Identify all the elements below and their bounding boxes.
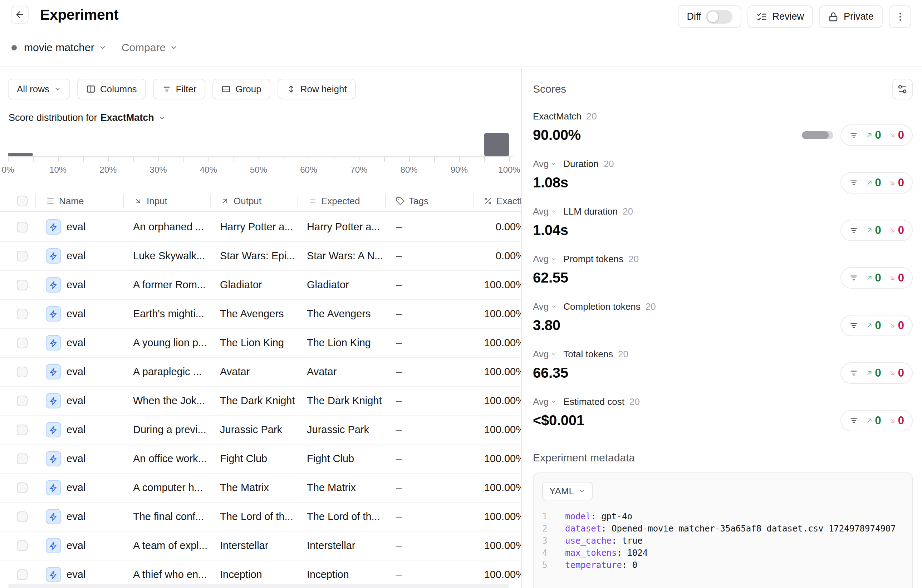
review-button[interactable]: Review bbox=[747, 5, 813, 28]
cell-name[interactable]: eval bbox=[46, 503, 85, 531]
rows-filter-dropdown[interactable]: All rows bbox=[8, 79, 70, 100]
table-row[interactable]: evalA computer h...The MatrixThe Matrix–… bbox=[0, 474, 521, 503]
cell-output[interactable]: The Matrix bbox=[220, 474, 302, 502]
cell-expected[interactable]: The Lion King bbox=[307, 329, 389, 357]
horizontal-scrollbar[interactable] bbox=[8, 584, 509, 588]
cell-input[interactable]: Earth's mighti... bbox=[133, 300, 215, 328]
cell-expected[interactable]: Harry Potter a... bbox=[307, 213, 389, 241]
cell-expected[interactable]: Jurassic Park bbox=[307, 416, 389, 444]
histogram-bar[interactable] bbox=[8, 153, 33, 156]
score-comparison-pill[interactable]: 00 bbox=[840, 220, 913, 241]
table-row[interactable]: evalDuring a previ...Jurassic ParkJurass… bbox=[0, 416, 521, 444]
cell-input[interactable]: During a previ... bbox=[133, 416, 215, 444]
table-row[interactable]: evalWhen the Jok...The Dark KnightThe Da… bbox=[0, 387, 521, 416]
filter-icon[interactable] bbox=[849, 131, 858, 140]
aggregation-dropdown[interactable]: Avg bbox=[533, 158, 557, 170]
cell-expected[interactable]: The Matrix bbox=[307, 474, 389, 502]
column-divider[interactable] bbox=[210, 194, 211, 208]
cell-tags[interactable]: – bbox=[396, 242, 402, 270]
aggregation-dropdown[interactable]: Avg bbox=[533, 206, 557, 217]
cell-name[interactable]: eval bbox=[46, 416, 85, 444]
score-comparison-pill[interactable]: 00 bbox=[840, 315, 913, 336]
cell-tags[interactable]: – bbox=[396, 416, 402, 444]
cell-exactmatch[interactable]: 100.00% bbox=[473, 387, 521, 415]
table-row[interactable]: evalA young lion p...The Lion KingThe Li… bbox=[0, 329, 521, 358]
cell-expected[interactable]: Star Wars: A N... bbox=[307, 242, 389, 270]
score-comparison-pill[interactable]: 00 bbox=[840, 362, 913, 384]
private-button[interactable]: Private bbox=[819, 5, 883, 28]
regressions-badge[interactable]: 0 bbox=[888, 367, 904, 379]
cell-exactmatch[interactable]: 0.00% bbox=[473, 242, 521, 270]
cell-tags[interactable]: – bbox=[396, 271, 402, 299]
improvements-badge[interactable]: 0 bbox=[865, 414, 881, 427]
score-distribution-selector[interactable]: Score distribution for ExactMatch bbox=[8, 112, 166, 123]
back-button[interactable] bbox=[11, 6, 29, 24]
experiment-name-dropdown[interactable]: movie matcher bbox=[24, 41, 95, 54]
columns-button[interactable]: Columns bbox=[77, 79, 146, 100]
row-checkbox[interactable] bbox=[17, 395, 28, 406]
cell-name[interactable]: eval bbox=[46, 444, 85, 473]
row-checkbox[interactable] bbox=[17, 251, 28, 261]
diff-toggle-switch[interactable] bbox=[706, 10, 732, 24]
regressions-badge[interactable]: 0 bbox=[888, 414, 904, 427]
cell-input[interactable]: The final conf... bbox=[133, 503, 215, 531]
row-checkbox[interactable] bbox=[17, 425, 28, 435]
column-divider[interactable] bbox=[298, 194, 298, 208]
cell-output[interactable]: Interstellar bbox=[220, 531, 302, 560]
table-row[interactable]: evalLuke Skywalk...Star Wars: Epi...Star… bbox=[0, 242, 521, 271]
cell-exactmatch[interactable]: 100.00% bbox=[473, 300, 521, 328]
cell-output[interactable]: Jurassic Park bbox=[220, 416, 302, 444]
row-checkbox[interactable] bbox=[17, 569, 28, 580]
column-header-input[interactable]: Input bbox=[134, 191, 167, 211]
cell-input[interactable]: A former Rom... bbox=[133, 271, 215, 299]
cell-expected[interactable]: Interstellar bbox=[307, 531, 389, 560]
regressions-badge[interactable]: 0 bbox=[888, 224, 904, 237]
cell-name[interactable]: eval bbox=[46, 329, 85, 357]
improvements-badge[interactable]: 0 bbox=[865, 224, 881, 237]
cell-exactmatch[interactable]: 100.00% bbox=[473, 271, 521, 299]
cell-output[interactable]: The Lion King bbox=[220, 329, 302, 357]
table-row[interactable]: evalAn office work...Fight ClubFight Clu… bbox=[0, 444, 521, 474]
cell-output[interactable]: Avatar bbox=[220, 358, 302, 386]
cell-input[interactable]: Luke Skywalk... bbox=[133, 242, 215, 270]
histogram-bar[interactable] bbox=[484, 133, 509, 156]
cell-exactmatch[interactable]: 100.00% bbox=[473, 329, 521, 357]
cell-tags[interactable]: – bbox=[396, 387, 402, 415]
cell-tags[interactable]: – bbox=[396, 358, 402, 386]
cell-input[interactable]: When the Jok... bbox=[133, 387, 215, 415]
aggregation-dropdown[interactable]: Avg bbox=[533, 396, 557, 407]
cell-output[interactable]: Star Wars: Epi... bbox=[220, 242, 302, 270]
cell-exactmatch[interactable]: 100.00% bbox=[473, 531, 521, 560]
cell-input[interactable]: A young lion p... bbox=[133, 329, 215, 357]
cell-name[interactable]: eval bbox=[46, 300, 85, 328]
column-header-exactmatch[interactable]: ExactM... bbox=[484, 191, 521, 211]
metadata-format-dropdown[interactable]: YAML bbox=[542, 482, 593, 500]
cell-tags[interactable]: – bbox=[396, 300, 402, 328]
table-row[interactable]: evalA former Rom...GladiatorGladiator–10… bbox=[0, 271, 521, 300]
score-comparison-pill[interactable]: 00 bbox=[840, 124, 913, 146]
column-header-tags[interactable]: Tags bbox=[396, 191, 428, 211]
score-comparison-pill[interactable]: 00 bbox=[840, 267, 913, 289]
score-comparison-pill[interactable]: 00 bbox=[840, 172, 913, 193]
cell-expected[interactable]: The Dark Knight bbox=[307, 387, 389, 415]
score-comparison-pill[interactable]: 00 bbox=[840, 410, 913, 431]
table-row[interactable]: evalAn orphaned ...Harry Potter a...Harr… bbox=[0, 213, 521, 242]
improvements-badge[interactable]: 0 bbox=[865, 176, 881, 189]
cell-exactmatch[interactable]: 100.00% bbox=[473, 503, 521, 531]
cell-exactmatch[interactable]: 100.00% bbox=[473, 358, 521, 386]
chevron-down-icon[interactable] bbox=[99, 44, 106, 52]
row-checkbox[interactable] bbox=[17, 454, 28, 464]
cell-exactmatch[interactable]: 100.00% bbox=[473, 474, 521, 502]
improvements-badge[interactable]: 0 bbox=[865, 367, 881, 379]
filter-icon[interactable] bbox=[849, 273, 858, 283]
cell-name[interactable]: eval bbox=[46, 213, 85, 241]
regressions-badge[interactable]: 0 bbox=[888, 176, 904, 189]
group-button[interactable]: Group bbox=[213, 79, 270, 100]
row-checkbox[interactable] bbox=[17, 541, 28, 551]
cell-name[interactable]: eval bbox=[46, 242, 85, 270]
chevron-down-icon[interactable] bbox=[170, 44, 178, 52]
cell-output[interactable]: The Lord of th... bbox=[220, 503, 302, 531]
filter-icon[interactable] bbox=[849, 321, 858, 330]
row-checkbox[interactable] bbox=[17, 222, 28, 232]
cell-tags[interactable]: – bbox=[396, 213, 402, 241]
